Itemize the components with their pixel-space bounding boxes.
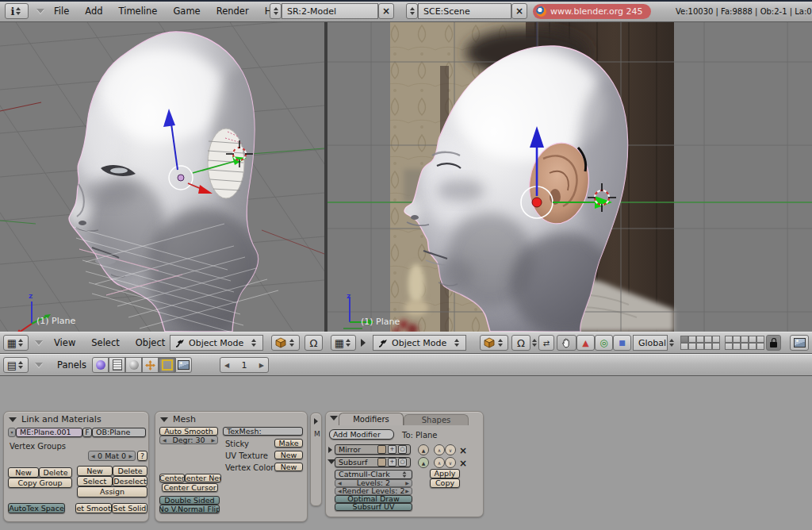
- spinner-left-icon[interactable]: ◀: [163, 438, 167, 443]
- modifier-move-down-icon[interactable]: ∨: [445, 457, 456, 468]
- panel-collapse-icon[interactable]: [160, 417, 168, 422]
- modifier-expand-icon[interactable]: [328, 447, 332, 453]
- pivot-spinner-icon[interactable]: [530, 339, 538, 347]
- subdivision-type-dropdown[interactable]: Catmull-Clark: [335, 470, 412, 479]
- layer-toggle[interactable]: [688, 343, 696, 350]
- set-smooth-button[interactable]: Set Smooth: [75, 503, 112, 513]
- expand-menu-icon[interactable]: [361, 339, 366, 347]
- spinner-right-icon[interactable]: ▶: [128, 454, 132, 459]
- script-context-button[interactable]: [109, 357, 125, 373]
- layer-toggle[interactable]: [725, 336, 733, 343]
- layer-toggle[interactable]: [696, 336, 704, 343]
- spinner-left-icon[interactable]: ◀: [338, 489, 342, 494]
- material-delete-button[interactable]: Delete: [113, 466, 147, 476]
- collapse-menu-icon[interactable]: [35, 340, 43, 345]
- spinner-right-icon[interactable]: ▶: [405, 489, 409, 494]
- manipulator-translate-button[interactable]: ▲: [576, 335, 595, 351]
- menu-object[interactable]: Object: [128, 337, 173, 348]
- copy-modifier-button[interactable]: Copy: [430, 478, 460, 488]
- menu-select[interactable]: Select: [83, 337, 127, 348]
- modifier-render-toggle-icon[interactable]: [377, 458, 386, 467]
- spinner-left-icon[interactable]: ◀: [91, 454, 95, 459]
- tab-modifiers[interactable]: Modifiers: [339, 413, 404, 425]
- screen-delete-button[interactable]: ×: [378, 3, 394, 19]
- apply-modifier-button[interactable]: Apply: [430, 469, 460, 478]
- draw-mode-dropdown-left[interactable]: [271, 335, 300, 351]
- subsurf-uv-toggle[interactable]: Subsurf UV: [335, 503, 412, 511]
- vcol-new-button[interactable]: New: [274, 463, 303, 471]
- modifier-name-field[interactable]: Mirror + ○: [335, 444, 411, 455]
- lock-layers-button[interactable]: [766, 335, 781, 351]
- page-prev-icon[interactable]: ◀: [224, 362, 229, 369]
- menu-add[interactable]: Add: [77, 6, 110, 17]
- render-preview-button[interactable]: [790, 335, 809, 351]
- modifier-render-toggle-icon[interactable]: [377, 445, 386, 454]
- center-new-button[interactable]: Center New: [185, 474, 221, 482]
- menu-timeline[interactable]: Timeline: [111, 6, 166, 17]
- layer-toggle[interactable]: [733, 336, 741, 343]
- layer-toggle[interactable]: [680, 343, 688, 350]
- vgroup-new-button[interactable]: New: [8, 467, 39, 478]
- mesh-browse-button[interactable]: ▾: [8, 428, 16, 437]
- modifier-add-toggle-icon[interactable]: +: [388, 445, 396, 454]
- shading-context-button[interactable]: [125, 357, 142, 373]
- autotex-space-toggle[interactable]: AutoTex Space: [8, 503, 65, 513]
- layer-toggle[interactable]: [725, 343, 733, 350]
- viewport-left-editor-type-button[interactable]: ▦: [3, 335, 29, 351]
- material-help-button[interactable]: ?: [137, 451, 147, 461]
- editor-type-button[interactable]: i: [5, 3, 29, 19]
- buttons-page-spinner[interactable]: ◀ 1 ▶: [220, 357, 269, 373]
- layer-toggle[interactable]: [733, 343, 741, 350]
- mode-dropdown-left[interactable]: Object Mode: [170, 335, 263, 351]
- center-cursor-button[interactable]: Center Cursor: [162, 483, 218, 492]
- layer-toggle[interactable]: [680, 336, 688, 343]
- editing-context-button[interactable]: [159, 357, 175, 373]
- fake-user-button[interactable]: F: [82, 428, 92, 437]
- buttons-editor-type-button[interactable]: ▤: [3, 357, 29, 373]
- page-next-icon[interactable]: ▶: [259, 362, 264, 369]
- screen-browse-button[interactable]: [270, 3, 282, 19]
- vgroup-delete-button[interactable]: Delete: [39, 467, 72, 478]
- object-context-button[interactable]: [142, 357, 159, 373]
- spinner-right-icon[interactable]: ▶: [405, 481, 409, 486]
- layer-toggle[interactable]: [704, 343, 712, 350]
- panel-collapse-icon[interactable]: [9, 417, 17, 422]
- screen-name-field[interactable]: SR:2-Model: [282, 3, 378, 19]
- layer-toggle[interactable]: [749, 343, 756, 350]
- layer-toggle[interactable]: [712, 336, 720, 343]
- double-sided-toggle[interactable]: Double Sided: [159, 496, 220, 505]
- select-button[interactable]: Select: [77, 476, 113, 486]
- auto-smooth-toggle[interactable]: Auto Smooth: [159, 427, 218, 436]
- pivot-dropdown-right[interactable]: Ω: [511, 335, 530, 351]
- viewport-right-canvas[interactable]: [327, 22, 812, 332]
- modifier-add-toggle-icon[interactable]: +: [388, 458, 396, 467]
- material-index-spinner[interactable]: ◀ 0 Mat 0 ▶: [88, 451, 136, 461]
- menu-file[interactable]: File: [46, 6, 77, 17]
- menu-view[interactable]: View: [46, 337, 83, 348]
- layer-toggle[interactable]: [749, 336, 756, 343]
- layer-toggle[interactable]: [741, 343, 749, 350]
- modifier-move-up-icon[interactable]: ∧: [434, 457, 445, 468]
- draw-mode-dropdown-right[interactable]: [480, 335, 508, 351]
- object-name-field[interactable]: OB:Plane: [92, 428, 146, 437]
- viewport-left-canvas[interactable]: [0, 22, 324, 332]
- logic-context-button[interactable]: [92, 357, 109, 373]
- modifier-move-down-icon[interactable]: ∨: [445, 444, 456, 455]
- scene-name-field[interactable]: SCE:Scene: [418, 3, 511, 19]
- scene-delete-button[interactable]: ×: [511, 3, 527, 19]
- modifier-display-toggle-icon[interactable]: ○: [398, 445, 407, 454]
- menu-game[interactable]: Game: [165, 6, 208, 17]
- layer-toggle[interactable]: [712, 343, 720, 350]
- copy-group-button[interactable]: Copy Group: [8, 478, 72, 488]
- set-solid-button[interactable]: Set Solid: [112, 503, 147, 513]
- layer-toggle[interactable]: [688, 336, 696, 343]
- panels-menu[interactable]: Panels: [49, 359, 94, 371]
- modifier-name-field[interactable]: Subsurf + ○: [335, 457, 411, 467]
- optimal-draw-toggle[interactable]: Optimal Draw: [335, 495, 412, 503]
- degr-spinner[interactable]: ◀ Degr: 30 ▶: [159, 436, 218, 444]
- pivot-dropdown-left[interactable]: Ω: [304, 335, 323, 351]
- render-levels-spinner[interactable]: ◀ Render Levels: 2 ▶: [335, 487, 412, 495]
- collapsed-panel-tab[interactable]: M: [310, 413, 322, 506]
- spinner-right-icon[interactable]: ▶: [211, 438, 215, 443]
- sticky-make-button[interactable]: Make: [274, 439, 303, 447]
